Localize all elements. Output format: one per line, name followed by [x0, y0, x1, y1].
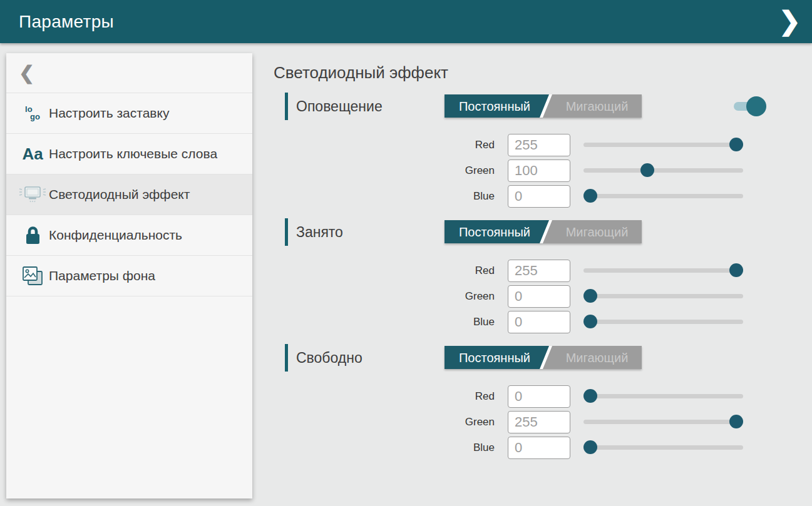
blue-slider[interactable]	[583, 194, 743, 198]
channel-label: Green	[432, 290, 495, 303]
rgb-row-blue: Blue	[274, 311, 812, 333]
sidebar-item-privacy[interactable]: Конфиденциальность	[6, 215, 252, 256]
channel-label: Blue	[432, 442, 495, 454]
rgb-row-red: Red	[274, 134, 812, 156]
mode-segmented-control: Постоянный Мигающий	[445, 346, 642, 369]
slider-thumb[interactable]	[729, 263, 743, 277]
channel-label: Red	[432, 265, 495, 277]
channel-label: Blue	[432, 316, 495, 328]
sidebar-item-label: Параметры фона	[49, 268, 155, 284]
section-accent-bar	[285, 93, 288, 120]
settings-sidebar: ❮ logo Настроить заставку Aa Настроить к…	[6, 53, 252, 498]
rgb-row-red: Red	[274, 385, 812, 408]
sidebar-item-label: Настроить заставку	[49, 105, 169, 121]
rgb-row-green: Green	[274, 411, 812, 433]
channel-label: Green	[432, 164, 495, 177]
mode-constant-label[interactable]: Постоянный	[445, 350, 545, 365]
keywords-icon: Aa	[16, 144, 49, 164]
section-label: Оповещение	[296, 98, 383, 115]
section-label: Занято	[296, 224, 343, 241]
red-slider[interactable]	[583, 268, 743, 273]
lock-icon	[16, 225, 49, 245]
slider-thumb[interactable]	[583, 189, 597, 203]
notification-power-toggle[interactable]	[734, 102, 763, 111]
sidebar-item-splash-screen[interactable]: logo Настроить заставку	[6, 93, 252, 134]
rgb-row-red: Red	[274, 260, 812, 282]
panel-title: Светодиодный эффект	[274, 63, 812, 83]
sidebar-item-keywords[interactable]: Aa Настроить ключевые слова	[6, 134, 252, 175]
blue-slider[interactable]	[583, 320, 743, 324]
section-label: Свободно	[296, 350, 362, 367]
mode-blinking-label[interactable]: Мигающий	[552, 99, 642, 113]
sidebar-back-button[interactable]: ❮	[6, 53, 252, 93]
mode-constant-label[interactable]: Постоянный	[445, 225, 545, 239]
sidebar-item-label: Светодиодный эффект	[49, 186, 190, 203]
led-effect-panel: Светодиодный эффект Оповещение Постоянны…	[274, 53, 812, 462]
sidebar-item-background[interactable]: Параметры фона	[6, 256, 252, 296]
slider-thumb[interactable]	[583, 440, 597, 454]
red-value-input[interactable]	[508, 260, 570, 282]
green-slider[interactable]	[583, 168, 743, 173]
mode-constant-label[interactable]: Постоянный	[445, 99, 545, 113]
channel-label: Red	[432, 390, 495, 403]
section-busy: Занято Постоянный Мигающий Red Green	[274, 218, 812, 333]
mode-blinking-label[interactable]: Мигающий	[552, 350, 642, 365]
sidebar-item-led-effect[interactable]: Светодиодный эффект	[6, 175, 252, 215]
slider-thumb[interactable]	[583, 315, 597, 328]
rgb-row-blue: Blue	[274, 437, 812, 459]
rgb-row-blue: Blue	[274, 185, 812, 208]
channel-label: Blue	[432, 190, 495, 203]
logo-icon: logo	[16, 106, 49, 121]
slider-thumb[interactable]	[583, 289, 597, 303]
mode-blinking-label[interactable]: Мигающий	[552, 225, 642, 239]
blue-value-input[interactable]	[508, 437, 570, 459]
red-value-input[interactable]	[508, 385, 570, 408]
collapse-panel-icon[interactable]: ❯	[779, 8, 801, 34]
slider-thumb[interactable]	[640, 163, 654, 177]
rgb-row-green: Green	[274, 159, 812, 182]
app-header: Параметры ❯	[0, 0, 812, 43]
green-value-input[interactable]	[508, 159, 570, 182]
channel-label: Red	[432, 139, 495, 151]
green-slider[interactable]	[583, 294, 743, 298]
slider-thumb[interactable]	[729, 415, 743, 428]
section-free: Свободно Постоянный Мигающий Red Green	[274, 344, 812, 459]
led-display-icon	[16, 185, 49, 205]
chevron-left-icon: ❮	[19, 64, 34, 83]
rgb-row-green: Green	[274, 285, 812, 308]
channel-label: Green	[432, 416, 495, 428]
sidebar-item-label: Конфиденциальность	[49, 227, 182, 243]
sidebar-item-label: Настроить ключевые слова	[49, 146, 217, 162]
green-value-input[interactable]	[508, 285, 570, 308]
green-value-input[interactable]	[508, 411, 570, 433]
red-slider[interactable]	[583, 143, 743, 147]
green-slider[interactable]	[583, 420, 743, 424]
mode-segmented-control: Постоянный Мигающий	[445, 94, 642, 118]
slider-thumb[interactable]	[583, 389, 597, 403]
background-images-icon	[16, 265, 49, 287]
blue-value-input[interactable]	[508, 311, 570, 333]
toggle-knob[interactable]	[746, 96, 766, 116]
red-value-input[interactable]	[508, 134, 570, 156]
blue-slider[interactable]	[583, 445, 743, 450]
slider-thumb[interactable]	[729, 138, 743, 151]
section-notification: Оповещение Постоянный Мигающий Red Green	[274, 93, 812, 208]
mode-segmented-control: Постоянный Мигающий	[445, 220, 642, 243]
section-accent-bar	[285, 344, 288, 372]
page-title: Параметры	[19, 12, 114, 32]
blue-value-input[interactable]	[508, 185, 570, 208]
section-accent-bar	[285, 218, 288, 246]
red-slider[interactable]	[583, 394, 743, 398]
